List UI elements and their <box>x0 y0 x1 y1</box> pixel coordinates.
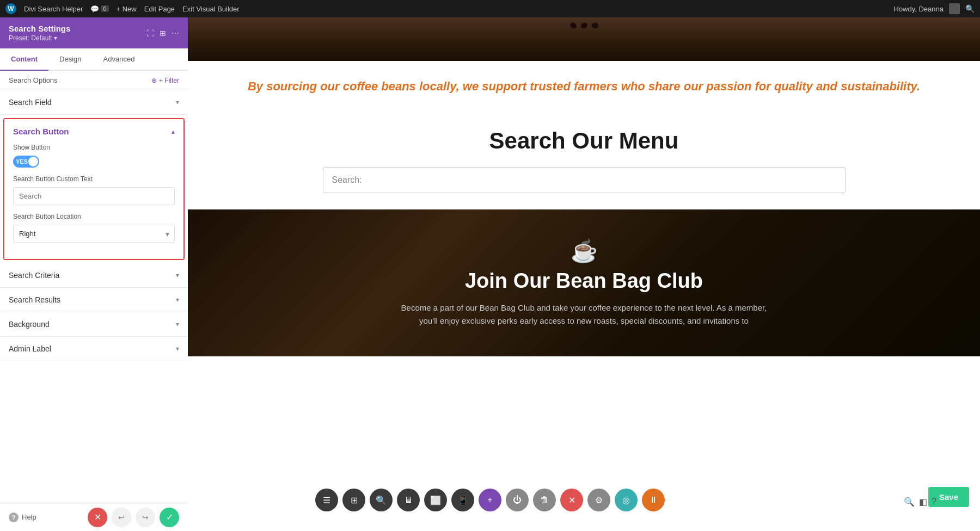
right-content: By sourcing our coffee beans locally, we… <box>188 17 980 531</box>
floating-toolbar: ☰ ⊞ 🔍 🖥 ⬜ 📱 + ⏻ 🗑 ✕ ⚙ ◎ ⏸ <box>315 489 665 511</box>
topbar-right: Howdy, Deanna 🔍 <box>893 3 975 14</box>
custom-text-label: Search Button Custom Text <box>13 175 175 183</box>
fullscreen-icon[interactable]: ⛶ <box>146 29 154 38</box>
avatar <box>949 3 960 14</box>
notification-badge[interactable]: 💬 0 <box>90 5 108 13</box>
bottom-search-icon[interactable]: 🔍 <box>904 497 915 507</box>
accordion-search-button: Search Button ▴ Show Button YES <box>3 118 185 260</box>
toggle-yes-label: YES <box>16 158 28 165</box>
edit-page-button[interactable]: Edit Page <box>144 5 175 13</box>
more-options-icon[interactable]: ⋯ <box>171 29 179 38</box>
plugin-name: Divi Search Helper <box>24 5 83 13</box>
custom-text-input[interactable] <box>13 187 175 205</box>
button-location-label: Search Button Location <box>13 213 175 220</box>
confirm-button[interactable]: ✓ <box>160 508 179 527</box>
background-arrow-icon: ▾ <box>176 320 179 328</box>
howdy-label: Howdy, Deanna <box>893 5 944 13</box>
panel-preset[interactable]: Preset: Default ▾ <box>9 34 70 42</box>
layout-icon[interactable]: ⊞ <box>160 29 166 38</box>
dark-section-title: Join Our Bean Bag Club <box>394 269 775 293</box>
accordion-search-results: Search Results ▾ <box>0 288 188 312</box>
topbar: W Divi Search Helper 💬 0 + New Edit Page… <box>0 0 980 17</box>
toolbar-target-button[interactable]: ◎ <box>615 489 638 511</box>
search-bar[interactable]: Search: <box>323 167 846 193</box>
background-label: Background <box>9 320 50 329</box>
search-button-label: Search Button <box>13 127 69 136</box>
accordion-list: Search Field ▾ Search Button ▴ Show Butt… <box>0 90 188 503</box>
toolbar-delete-button[interactable]: 🗑 <box>533 489 556 511</box>
search-criteria-label: Search Criteria <box>9 271 59 280</box>
filter-icon: ⊕ <box>151 77 157 84</box>
accordion-search-results-header[interactable]: Search Results ▾ <box>0 288 188 312</box>
search-topbar-icon[interactable]: 🔍 <box>965 4 975 13</box>
accordion-search-field-header[interactable]: Search Field ▾ <box>0 90 188 114</box>
panel-title: Search Settings <box>9 24 70 33</box>
search-results-label: Search Results <box>9 295 60 304</box>
toolbar-tablet-button[interactable]: ⬜ <box>424 489 447 511</box>
new-button[interactable]: + New <box>117 5 137 13</box>
toolbar-search-button[interactable]: 🔍 <box>370 489 393 511</box>
admin-label-label: Admin Label <box>9 344 51 353</box>
admin-label-arrow-icon: ▾ <box>176 345 179 353</box>
orange-quote: By sourcing our coffee beans locally, we… <box>188 61 980 112</box>
help-icon: ? <box>9 513 19 522</box>
notification-count: 0 <box>101 5 108 12</box>
toolbar-pause-button[interactable]: ⏸ <box>642 489 665 511</box>
search-options-bar: Search Options ⊕ + Filter <box>0 71 188 90</box>
tab-design[interactable]: Design <box>48 48 92 71</box>
accordion-search-criteria: Search Criteria ▾ <box>0 263 188 288</box>
search-field-arrow-icon: ▾ <box>176 98 179 106</box>
search-criteria-arrow-icon: ▾ <box>176 271 179 279</box>
tab-content[interactable]: Content <box>0 48 48 71</box>
toolbar-grid-button[interactable]: ⊞ <box>342 489 365 511</box>
bottom-right-icons: 🔍 ◧ ? <box>904 497 936 507</box>
panel-header-left: Search Settings Preset: Default ▾ <box>9 24 70 42</box>
toolbar-settings-button[interactable]: ⚙ <box>587 489 610 511</box>
toolbar-add-button[interactable]: + <box>479 489 501 511</box>
toolbar-mobile-button[interactable]: 📱 <box>451 489 474 511</box>
show-button-label: Show Button <box>13 144 175 151</box>
cancel-button[interactable]: ✕ <box>88 508 107 527</box>
accordion-admin-label-header[interactable]: Admin Label ▾ <box>0 337 188 361</box>
search-button-arrow-icon: ▴ <box>171 128 175 135</box>
toggle-wrap: YES <box>13 156 175 168</box>
accordion-background-header[interactable]: Background ▾ <box>0 312 188 336</box>
toolbar-desktop-button[interactable]: 🖥 <box>397 489 420 511</box>
dark-section-content: ☕ Join Our Bean Bag Club Become a part o… <box>394 238 775 328</box>
preset-arrow-icon: ▾ <box>54 34 57 42</box>
toolbar-close-button[interactable]: ✕ <box>560 489 583 511</box>
button-location-select-wrap: Left Right <box>13 225 175 243</box>
dark-section-text: Become a part of our Bean Bag Club and t… <box>394 301 775 328</box>
filter-button[interactable]: ⊕ + Filter <box>151 77 179 84</box>
bottom-bar: ? Help ✕ ↩ ↪ ✓ <box>0 503 188 531</box>
coffee-image-section <box>188 17 980 61</box>
tabs: Content Design Advanced <box>0 48 188 71</box>
coffee-beans <box>570 23 598 28</box>
accordion-search-criteria-header[interactable]: Search Criteria ▾ <box>0 263 188 287</box>
toggle-knob <box>28 157 38 166</box>
bottom-help-icon[interactable]: ? <box>932 497 936 507</box>
help-button[interactable]: ? Help <box>9 513 36 522</box>
accordion-search-button-header[interactable]: Search Button ▴ <box>4 119 183 144</box>
wordpress-icon[interactable]: W <box>5 3 16 14</box>
search-options-label: Search Options <box>9 76 58 84</box>
redo-button[interactable]: ↪ <box>136 508 155 527</box>
tab-advanced[interactable]: Advanced <box>93 48 146 71</box>
accordion-search-field: Search Field ▾ <box>0 90 188 115</box>
toolbar-hamburger-button[interactable]: ☰ <box>315 489 338 511</box>
exit-builder-button[interactable]: Exit Visual Builder <box>182 5 240 13</box>
undo-button[interactable]: ↩ <box>112 508 131 527</box>
search-menu-section: Search Our Menu Search: <box>188 112 980 209</box>
dark-section: ☕ Join Our Bean Bag Club Become a part o… <box>188 209 980 356</box>
toolbar-power-button[interactable]: ⏻ <box>506 489 529 511</box>
panel-header-icons: ⛶ ⊞ ⋯ <box>146 29 179 38</box>
show-button-toggle[interactable]: YES <box>13 156 39 168</box>
accordion-admin-label: Admin Label ▾ <box>0 337 188 361</box>
search-results-arrow-icon: ▾ <box>176 296 179 304</box>
custom-text-group: Search Button Custom Text <box>13 175 175 205</box>
bottom-layers-icon[interactable]: ◧ <box>919 497 927 507</box>
filter-label: + Filter <box>159 77 179 84</box>
main-layout: Search Settings Preset: Default ▾ ⛶ ⊞ ⋯ … <box>0 17 980 531</box>
button-location-select[interactable]: Left Right <box>13 225 175 243</box>
show-button-group: Show Button YES <box>13 144 175 168</box>
